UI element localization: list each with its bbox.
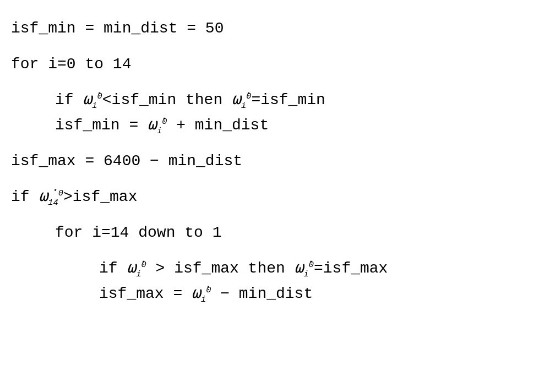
code-line-6: if ω̇140 >isf_max [11,185,539,210]
gt-isf-max-then: > isf_max then [146,257,295,281]
omega-dot-i-sup0-line4: ω̇i0 [148,113,167,138]
if-op-1: <isf_min then [102,88,232,113]
assign-isf-min-1: =isf_min [251,88,325,113]
if-keyword-2: if [11,185,39,210]
isf-min-eq: isf_min = [55,113,148,138]
code-line-8: if ω̇i0 > isf_max then ω̇i0 =isf_max [11,257,539,281]
code-line-7: for i=14 down to 1 [11,221,539,246]
omega-dot-i-sup0-left: ω̇i0 [83,88,102,113]
gt-isf-max: >isf_max [63,185,137,210]
code-line-5: isf_max = 6400 − min_dist [11,149,539,174]
code-container: isf_min = min_dist = 50 for i=0 to 14 if… [0,0,550,392]
omega-dot-i-sup0-line8-left: ω̇i0 [127,257,146,281]
code-line-2: for i=0 to 14 [11,52,539,77]
assign-isf-max-1: =isf_max [314,257,388,281]
plus-min-dist: + min_dist [167,113,269,138]
spacer-6 [11,247,539,257]
omega-dot-i-sup0-right: ω̇i0 [232,88,251,113]
spacer-2 [11,78,539,88]
if-keyword-1: if [55,88,83,113]
isf-max-init: isf_max = 6400 − min_dist [11,149,242,174]
spacer-4 [11,175,539,185]
spacer-5 [11,211,539,221]
for-loop-1: for i=0 to 14 [11,52,131,77]
code-line-9: isf_max = ω̇i0 − min_dist [11,282,539,307]
for-loop-2: for i=14 down to 1 [55,221,221,246]
spacer-1 [11,42,539,52]
omega-dot-i-sup0-line8-right: ω̇i0 [295,257,314,281]
code-line-1: isf_min = min_dist = 50 [11,17,539,41]
omega-dot-i-sup0-line9: ω̇i0 [192,282,211,307]
isf-max-eq: isf_max = [99,282,192,307]
spacer-3 [11,139,539,149]
code-line-4: isf_min = ω̇i0 + min_dist [11,113,539,138]
omega-dot-14-sup0: ω̇140 [39,185,63,210]
if-keyword-3: if [99,257,127,281]
code-line-3: if ω̇i0 <isf_min then ω̇i0 =isf_min [11,88,539,113]
isf-min-init: isf_min = min_dist = 50 [11,17,224,41]
minus-min-dist: − min_dist [211,282,313,307]
